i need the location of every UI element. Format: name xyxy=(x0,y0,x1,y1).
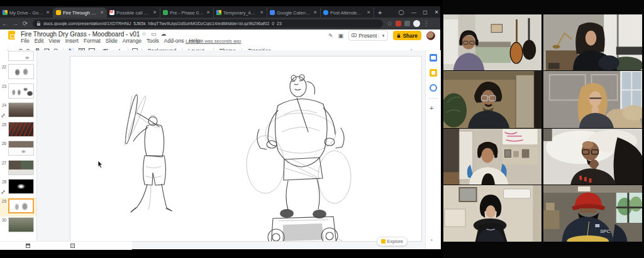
filmstrip-view-icon[interactable] xyxy=(26,244,30,248)
forward-icon[interactable]: → xyxy=(10,20,20,27)
maximize-button[interactable]: ▢ xyxy=(420,6,430,18)
slide-thumbnail[interactable] xyxy=(8,64,34,79)
menu-tools[interactable]: Tools xyxy=(147,38,159,44)
participant-video-6[interactable] xyxy=(543,129,642,185)
back-icon[interactable]: ← xyxy=(0,20,10,27)
tab-close-icon[interactable]: ✕ xyxy=(45,10,50,15)
browser-tab-5[interactable]: Temporary_4FeetHigh_Mena - G...✕ xyxy=(214,8,267,18)
account-avatar[interactable] xyxy=(426,31,435,40)
keep-icon[interactable] xyxy=(430,69,437,77)
browser-tab-6[interactable]: Google Calendario - Semana de...✕ xyxy=(267,8,321,18)
slide-thumbnail[interactable] xyxy=(8,51,34,61)
participant-video-7[interactable] xyxy=(443,185,541,242)
share-button[interactable]: Share xyxy=(393,31,421,40)
slide-thumbnail[interactable] xyxy=(8,122,34,137)
slides-logo-icon[interactable] xyxy=(8,31,15,40)
bookmark-star-icon[interactable]: ☆ xyxy=(387,20,392,27)
last-edit-link[interactable]: Last edit was seconds ago xyxy=(186,38,241,44)
slide-thumbnail[interactable] xyxy=(8,160,34,175)
menu-arrange[interactable]: Arrange xyxy=(123,38,142,44)
browser-tab-4[interactable]: Pre - Phase 01 - Fire through dr...✕ xyxy=(160,8,214,18)
slide-canvas-area[interactable]: Explore xyxy=(36,50,425,249)
slide-thumbnail-row-23[interactable]: 23 xyxy=(0,83,36,102)
comment-history-icon[interactable]: ▣ xyxy=(338,33,344,39)
slide-thumbnail[interactable] xyxy=(8,179,34,194)
browser-menu-icon[interactable]: ⋮ xyxy=(423,20,430,27)
tab-title: Possible call cancelation ( - gu... xyxy=(116,10,150,16)
slide-filmstrip[interactable]: 21222324252627282930 xyxy=(0,50,37,249)
current-slide[interactable] xyxy=(70,56,422,242)
move-folder-icon[interactable]: ▭ xyxy=(151,31,157,37)
slide-thumbnail[interactable] xyxy=(8,83,34,99)
grid-view-icon[interactable] xyxy=(70,244,75,248)
participant-video-8[interactable]: SPC xyxy=(543,185,642,242)
slide-thumbnail-row-28[interactable]: 28 xyxy=(0,178,36,197)
calendar-icon xyxy=(270,10,275,15)
slide-number: 25 xyxy=(2,122,6,127)
tab-close-icon[interactable]: ✕ xyxy=(99,10,104,15)
browser-tab-2[interactable]: Fire Through Dry Grass - Mood...✕ xyxy=(53,8,107,18)
slide-thumbnail-row-29[interactable]: 29 xyxy=(0,198,36,217)
sheets-icon xyxy=(163,10,168,15)
drive-icon xyxy=(216,10,221,15)
add-addon-icon[interactable]: + xyxy=(430,104,433,112)
browser-tab-3[interactable]: Possible call cancelation ( - gu...✕ xyxy=(107,8,160,18)
browser-avatar[interactable] xyxy=(413,20,420,27)
menu-file[interactable]: File xyxy=(21,38,30,44)
participant-video-4[interactable] xyxy=(543,71,642,128)
close-button[interactable]: ✕ xyxy=(431,6,441,18)
menu-add-ons[interactable]: Add-ons xyxy=(164,38,184,44)
slide-thumbnail-row-30[interactable]: 30 xyxy=(0,217,36,235)
url-field[interactable]: docs.google.com/presentation/d/1XDTRHNU_… xyxy=(33,19,383,28)
extension-icon-2[interactable] xyxy=(404,21,410,26)
slide-thumbnail-row-25[interactable]: 25 xyxy=(0,121,36,140)
drive-icon xyxy=(3,10,8,15)
slide-thumbnail-row-22[interactable]: 22 xyxy=(0,63,36,82)
document-title[interactable]: Fire Through Dry Grass - Moodboard - v01 xyxy=(21,31,140,38)
pointer-mode-icon[interactable]: ✎ xyxy=(328,33,333,39)
tasks-icon[interactable] xyxy=(430,84,437,92)
slide-thumbnail-row-26[interactable]: 26 xyxy=(0,140,36,159)
menu-insert[interactable]: Insert xyxy=(65,38,79,44)
tab-close-icon[interactable]: ✕ xyxy=(313,10,318,15)
tab-title: Google Calendario - Semana de... xyxy=(277,10,311,16)
slide-thumbnail-row-24[interactable]: 24 xyxy=(0,102,36,121)
browser-profile-icon[interactable]: ◯ xyxy=(396,6,406,18)
menu-slide[interactable]: Slide xyxy=(106,38,118,44)
explore-button[interactable]: Explore xyxy=(377,237,408,246)
extension-icon[interactable] xyxy=(396,21,401,26)
menu-format[interactable]: Format xyxy=(84,38,101,44)
browser-tab-bar: My Drive - Google Drive✕Fire Through Dry… xyxy=(0,6,440,18)
browser-tab-7[interactable]: Post Attendee - Zoom✕ xyxy=(321,8,374,18)
star-icon[interactable]: ☆ xyxy=(142,31,147,37)
participant-video-5[interactable] xyxy=(443,129,541,185)
participant-video-3-active-speaker[interactable] xyxy=(443,71,541,128)
present-caret-icon[interactable]: ▼ xyxy=(379,34,385,38)
tab-close-icon[interactable]: ✕ xyxy=(366,10,371,15)
slide-thumbnail-row-27[interactable]: 27 xyxy=(0,159,36,178)
slide-thumbnail[interactable] xyxy=(8,217,34,232)
minimize-button[interactable]: — xyxy=(409,6,419,18)
present-button[interactable]: Present ▼ xyxy=(348,30,388,41)
new-tab-button[interactable]: + xyxy=(378,9,382,16)
slide-thumbnail[interactable] xyxy=(8,141,34,156)
google-slides-app: Fire Through Dry Grass - Moodboard - v01… xyxy=(0,30,440,249)
share-lock-icon xyxy=(397,33,401,38)
participant-video-2[interactable] xyxy=(543,14,642,70)
workspace-side-panel: + › xyxy=(425,50,441,249)
slide-number: 22 xyxy=(2,65,6,69)
ac-unit xyxy=(504,189,531,198)
tab-close-icon[interactable]: ✕ xyxy=(206,10,211,15)
tab-close-icon[interactable]: ✕ xyxy=(152,10,157,15)
browser-tab-1[interactable]: My Drive - Google Drive✕ xyxy=(0,8,53,18)
slide-thumbnail[interactable] xyxy=(8,198,34,213)
side-panel-collapse-icon[interactable]: › xyxy=(431,237,433,243)
participant-video-1[interactable] xyxy=(443,14,541,70)
menu-edit[interactable]: Edit xyxy=(35,38,44,44)
slide-thumbnail[interactable] xyxy=(8,102,34,117)
tab-close-icon[interactable]: ✕ xyxy=(259,10,264,15)
refresh-icon[interactable]: ⟳ xyxy=(20,20,30,27)
calendar-icon[interactable] xyxy=(430,54,437,62)
menu-view[interactable]: View xyxy=(48,38,60,44)
zoom-icon xyxy=(323,10,328,15)
